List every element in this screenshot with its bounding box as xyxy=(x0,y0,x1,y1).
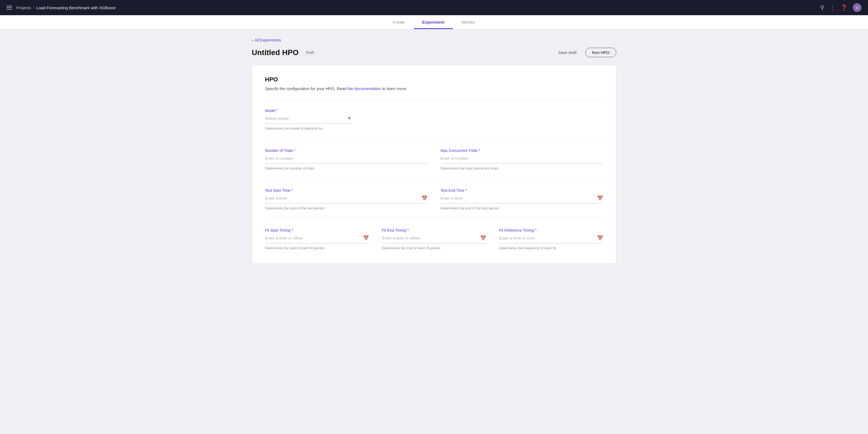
test-end-time-input[interactable] xyxy=(440,195,595,202)
topnav-icons: ⚲ ⋮ ❓ U xyxy=(820,3,862,12)
test-end-time-group: Test End Time * 📅 Determines the end of … xyxy=(440,188,603,211)
fit-start-timing-input[interactable] xyxy=(265,235,361,241)
save-draft-button[interactable]: Save draft xyxy=(555,48,580,57)
test-start-time-hint: Determines the start of the test period. xyxy=(265,206,325,210)
fit-reference-timing-input[interactable] xyxy=(499,235,595,241)
page-title-actions: Save draft Run HPO xyxy=(555,48,616,57)
main-card: HPO Specify the configuration for your H… xyxy=(252,65,616,264)
current-project-label: Load Forecasting Benchmark with XGBoost xyxy=(36,5,115,10)
page-title: Untitled HPO xyxy=(252,48,299,57)
max-concurrent-trials-input[interactable] xyxy=(440,155,603,162)
max-concurrent-trials-hint: Determines the max concurrent trials. xyxy=(440,166,499,170)
fit-end-timing-group: Fit End Timing * 📅 Determines the end of… xyxy=(382,228,486,250)
hamburger-menu[interactable] xyxy=(6,6,12,9)
test-end-time-label: Test End Time * xyxy=(440,188,603,193)
card-description: Specify the configuration for your HPO. … xyxy=(265,86,603,91)
card-desc-prefix: Specify the configuration for your HPO. … xyxy=(265,86,347,91)
fit-start-timing-calendar-icon[interactable]: 📅 xyxy=(363,235,369,241)
card-heading: HPO xyxy=(265,76,603,83)
breadcrumb-separator: / xyxy=(33,5,34,10)
fit-timing-row: Fit Start Timing * 📅 Determines the star… xyxy=(265,228,603,250)
fit-reference-timing-input-wrap: 📅 xyxy=(499,235,603,243)
back-chevron-icon: ‹ xyxy=(252,38,253,42)
trials-row: Number of Trials * Determines the number… xyxy=(265,148,603,170)
more-options-icon[interactable]: ⋮ xyxy=(830,4,835,11)
test-time-row: Test Start Time * 📅 Determines the start… xyxy=(265,188,603,211)
projects-link[interactable]: Projects xyxy=(16,5,31,10)
page-title-left: Untitled HPO Draft xyxy=(252,48,317,57)
model-chevron-icon: ▼ xyxy=(347,116,352,121)
number-of-trials-label: Number of Trials * xyxy=(265,148,428,153)
divider-3 xyxy=(265,179,603,180)
test-start-time-input-wrap: 📅 xyxy=(265,195,428,204)
documentation-link[interactable]: the documentation xyxy=(347,86,381,91)
test-start-time-calendar-icon[interactable]: 📅 xyxy=(422,195,428,201)
test-end-time-calendar-icon[interactable]: 📅 xyxy=(597,195,603,201)
fit-end-timing-input-wrap: 📅 xyxy=(382,235,486,243)
model-field-group: Model * Select model ▼ Determines the mo… xyxy=(265,108,352,131)
status-badge: Draft xyxy=(303,50,317,55)
model-select[interactable]: Select model xyxy=(265,115,347,122)
fit-reference-timing-hint: Determines the frequency of each fit. xyxy=(499,246,557,250)
tab-monitor[interactable]: Monitor xyxy=(453,15,484,29)
tab-create[interactable]: Create xyxy=(384,15,414,29)
number-of-trials-hint: Determines the number of trials. xyxy=(265,166,315,170)
page-content: ‹ All Experiments Untitled HPO Draft Sav… xyxy=(239,29,629,280)
avatar[interactable]: U xyxy=(853,3,862,12)
fit-reference-timing-group: Fit Reference Timing * 📅 Determines the … xyxy=(499,228,603,250)
fit-end-timing-label: Fit End Timing * xyxy=(382,228,486,232)
page-title-row: Untitled HPO Draft Save draft Run HPO xyxy=(252,48,616,57)
number-of-trials-input[interactable] xyxy=(265,155,428,162)
help-icon[interactable]: ❓ xyxy=(841,4,847,11)
test-start-time-label: Test Start Time * xyxy=(265,188,428,193)
fit-start-timing-label: Fit Start Timing * xyxy=(265,228,369,232)
run-hpo-button[interactable]: Run HPO xyxy=(585,48,616,57)
fit-start-timing-hint: Determines the start of each fit period. xyxy=(265,246,325,250)
test-end-time-input-wrap: 📅 xyxy=(440,195,603,204)
tab-bar: Create Experiment Monitor xyxy=(0,15,868,29)
fit-start-timing-input-wrap: 📅 xyxy=(265,235,369,243)
number-of-trials-group: Number of Trials * Determines the number… xyxy=(265,148,428,170)
divider-1 xyxy=(265,99,603,100)
number-of-trials-input-wrap xyxy=(265,155,428,163)
fit-reference-timing-calendar-icon[interactable]: 📅 xyxy=(597,235,603,241)
divider-2 xyxy=(265,140,603,140)
fit-end-timing-hint: Determines the end of each fit period. xyxy=(382,246,441,250)
test-start-time-group: Test Start Time * 📅 Determines the start… xyxy=(265,188,428,211)
fit-reference-timing-label: Fit Reference Timing * xyxy=(499,228,603,232)
back-link-label: All Experiments xyxy=(255,38,281,42)
tab-experiment[interactable]: Experiment xyxy=(414,15,453,29)
max-concurrent-trials-label: Max Concurrent Trials * xyxy=(440,148,603,153)
test-start-time-input[interactable] xyxy=(265,195,420,202)
fit-start-timing-group: Fit Start Timing * 📅 Determines the star… xyxy=(265,228,369,250)
card-desc-suffix: to learn more. xyxy=(382,86,407,91)
model-select-wrap: Select model ▼ xyxy=(265,115,352,124)
back-to-experiments-link[interactable]: ‹ All Experiments xyxy=(252,38,616,42)
fit-end-timing-calendar-icon[interactable]: 📅 xyxy=(480,235,486,241)
top-navigation: Projects / Load Forecasting Benchmark wi… xyxy=(0,0,868,15)
breadcrumb: Projects / Load Forecasting Benchmark wi… xyxy=(16,5,115,10)
max-concurrent-trials-group: Max Concurrent Trials * Determines the m… xyxy=(440,148,603,170)
model-hint: Determines the model to optimize for. xyxy=(265,126,323,130)
divider-4 xyxy=(265,219,603,219)
model-label: Model * xyxy=(265,108,352,113)
fit-end-timing-input[interactable] xyxy=(382,235,478,241)
test-end-time-hint: Determines the end of the test period. xyxy=(440,206,500,210)
max-concurrent-trials-input-wrap xyxy=(440,155,603,163)
search-icon[interactable]: ⚲ xyxy=(820,4,824,11)
